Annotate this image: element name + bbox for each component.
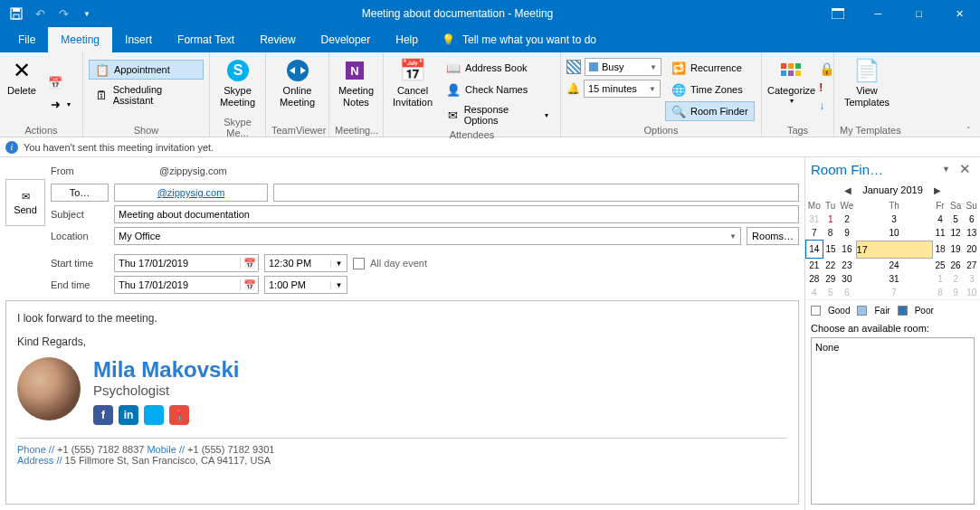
calendar-day[interactable]: 9 [838, 226, 855, 241]
forward-action[interactable]: ➜▾ [42, 94, 77, 114]
calendar-day[interactable]: 20 [964, 241, 980, 259]
rooms-button[interactable]: Rooms… [747, 227, 799, 245]
calendar-day[interactable]: 4 [933, 212, 948, 226]
close-pane-button[interactable]: ✕ [959, 161, 971, 177]
high-importance-button[interactable]: ! [819, 81, 834, 94]
calendar-day[interactable]: 1 [823, 212, 838, 226]
calendar-day[interactable]: 19 [947, 241, 964, 259]
calendar-day[interactable]: 15 [823, 241, 838, 259]
calendar-day[interactable]: 3 [964, 272, 980, 286]
private-button[interactable]: 🔒 [819, 61, 834, 76]
calendar-day[interactable]: 1 [933, 272, 948, 286]
end-time-picker[interactable]: 1:00 PM▼ [264, 276, 347, 294]
response-options-button[interactable]: ✉Response Options▾ [440, 101, 555, 128]
to-field[interactable]: @zippysig.com [114, 184, 268, 202]
calendar-day[interactable]: 6 [838, 286, 855, 299]
calendar-day[interactable]: 5 [947, 212, 964, 226]
tab-help[interactable]: Help [383, 27, 431, 52]
calendar-day[interactable]: 18 [933, 241, 948, 259]
calendar-day[interactable]: 10 [964, 286, 980, 299]
calendar-day[interactable]: 21 [806, 259, 823, 273]
calendar-day[interactable]: 25 [933, 259, 948, 273]
calendar-day[interactable]: 16 [838, 241, 855, 259]
calendar-day[interactable]: 2 [838, 212, 855, 226]
calendar-day[interactable]: 26 [947, 259, 964, 273]
calendar-day[interactable]: 17 [856, 241, 933, 259]
tab-developer[interactable]: Developer [309, 27, 384, 52]
message-body[interactable]: I look forward to the meeting. Kind Rega… [5, 300, 799, 505]
calendar-day[interactable]: 4 [806, 286, 823, 299]
next-month-button[interactable]: ▶ [928, 185, 947, 195]
calendar-day[interactable]: 9 [947, 286, 964, 299]
end-date-picker[interactable]: Thu 17/01/2019📅 [114, 276, 259, 294]
cancel-invitation-button[interactable]: 📅 Cancel Invitation [389, 56, 436, 116]
calendar-day[interactable]: 29 [823, 272, 838, 286]
calendar-day[interactable]: 7 [856, 286, 933, 299]
subject-field[interactable]: Meeting about documentation [114, 205, 799, 223]
minimize-button[interactable]: ─ [858, 0, 899, 27]
calendar-day[interactable]: 12 [947, 226, 964, 241]
qat-customize[interactable]: ▼ [76, 3, 98, 24]
delete-button[interactable]: ✕ Delete [5, 56, 38, 116]
qat-undo[interactable]: ↶ [29, 3, 51, 24]
calendar-day[interactable]: 14 [806, 241, 823, 259]
calendar-day[interactable]: 23 [838, 259, 855, 273]
online-meeting-button[interactable]: Online Meeting [271, 56, 323, 116]
scheduling-assistant-button[interactable]: 🗓 Scheduling Assistant [89, 81, 204, 109]
room-finder-button[interactable]: 🔍Room Finder [665, 101, 755, 121]
calendar-day[interactable]: 11 [933, 226, 948, 241]
calendar-day[interactable]: 27 [964, 259, 980, 273]
calendar-day[interactable]: 5 [823, 286, 838, 299]
location-field[interactable]: My Office▼ [114, 227, 741, 245]
website-icon[interactable]: 🌐 [144, 405, 164, 425]
calendar-day[interactable]: 22 [823, 259, 838, 273]
view-templates-button[interactable]: 📄 View Templates [840, 56, 894, 116]
collapse-ribbon[interactable]: ˄ [966, 126, 971, 135]
tab-file[interactable]: File [5, 27, 48, 52]
all-day-checkbox[interactable] [353, 258, 365, 269]
calendar-action[interactable]: 📅 [42, 72, 77, 92]
available-rooms-list[interactable]: None [811, 337, 975, 505]
room-list-item[interactable]: None [815, 342, 970, 353]
time-zones-button[interactable]: 🌐Time Zones [665, 80, 755, 99]
calendar-day[interactable]: 8 [933, 286, 948, 299]
tab-meeting[interactable]: Meeting [48, 27, 112, 52]
categorize-button[interactable]: Categorize ▾ [767, 56, 815, 116]
prev-month-button[interactable]: ◀ [839, 185, 857, 195]
check-names-button[interactable]: 👤Check Names [440, 80, 555, 99]
map-icon[interactable]: 📍 [169, 405, 189, 425]
calendar-day[interactable]: 31 [856, 272, 933, 286]
tab-insert[interactable]: Insert [112, 27, 165, 52]
skype-meeting-button[interactable]: S Skype Meeting [215, 56, 260, 116]
qat-redo[interactable]: ↷ [52, 3, 74, 24]
calendar-day[interactable]: 31 [806, 212, 823, 226]
calendar-day[interactable]: 2 [947, 272, 964, 286]
ribbon-display-options[interactable] [817, 0, 858, 27]
to-button[interactable]: To… [51, 184, 109, 202]
calendar-day[interactable]: 24 [856, 259, 933, 273]
start-date-picker[interactable]: Thu 17/01/2019📅 [114, 254, 259, 272]
meeting-notes-button[interactable]: N Meeting Notes [335, 56, 377, 116]
close-button[interactable]: ✕ [939, 0, 980, 27]
calendar-day[interactable]: 7 [806, 226, 823, 241]
to-field-extra[interactable] [273, 184, 799, 202]
calendar-day[interactable]: 6 [964, 212, 980, 226]
show-as-select[interactable]: Busy▼ [585, 58, 661, 76]
calendar-day[interactable]: 13 [964, 226, 980, 241]
calendar-day[interactable]: 30 [838, 272, 855, 286]
address-book-button[interactable]: 📖Address Book [440, 58, 555, 78]
tab-review[interactable]: Review [247, 27, 308, 52]
facebook-icon[interactable]: f [93, 405, 113, 425]
recurrence-button[interactable]: 🔁Recurrence [665, 58, 755, 78]
tell-me[interactable]: 💡 Tell me what you want to do [442, 27, 596, 52]
calendar-day[interactable]: 28 [806, 272, 823, 286]
maximize-button[interactable]: □ [899, 0, 939, 27]
send-button[interactable]: ✉ Send [5, 179, 45, 226]
start-time-picker[interactable]: 12:30 PM▼ [264, 254, 347, 272]
reminder-select[interactable]: 15 minutes▼ [584, 80, 661, 98]
calendar-day[interactable]: 10 [856, 226, 933, 241]
calendar-day[interactable]: 8 [823, 226, 838, 241]
appointment-button[interactable]: 📋 Appointment [89, 60, 204, 80]
linkedin-icon[interactable]: in [119, 405, 138, 425]
qat-save[interactable] [5, 3, 27, 24]
